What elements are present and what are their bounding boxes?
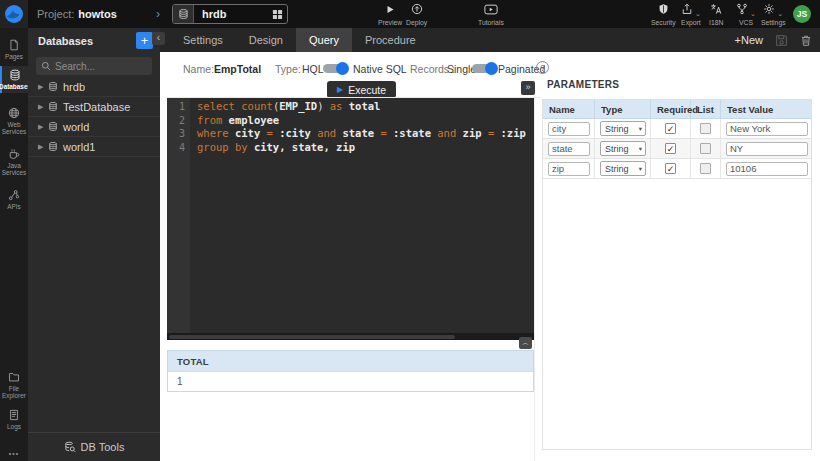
collapse-editor-button[interactable]: ︿ bbox=[519, 337, 532, 349]
sql-editor[interactable]: 1234 select count(EMP_ID) as totalfrom e… bbox=[167, 98, 534, 333]
line-number: 3 bbox=[167, 127, 190, 141]
code-token: zip bbox=[463, 127, 488, 139]
project-breadcrumb[interactable]: Project: howtos bbox=[37, 0, 117, 28]
collapse-panel-button[interactable]: ‹ bbox=[152, 32, 165, 45]
list-checkbox[interactable] bbox=[700, 163, 711, 174]
sidebar-item-web-services[interactable]: Web Services bbox=[0, 104, 28, 138]
sidebar-item-java-services[interactable]: Java Services bbox=[0, 145, 28, 179]
topbar-action-label: Deploy bbox=[406, 19, 427, 26]
sidebar-item-label: Web Services bbox=[0, 121, 28, 135]
new-query-button[interactable]: +New bbox=[735, 34, 763, 46]
code-line: group by city, state, zip bbox=[197, 141, 534, 155]
sidebar-item-label: File Explorer bbox=[0, 385, 28, 399]
param-test-value-input[interactable] bbox=[726, 142, 808, 156]
type-option-native-sql[interactable]: Native SQL bbox=[353, 62, 407, 76]
add-database-button[interactable]: + bbox=[136, 32, 153, 49]
tab-design[interactable]: Design bbox=[236, 28, 296, 52]
code-token: :state bbox=[393, 127, 437, 139]
sidebar-item-pages[interactable]: Pages bbox=[0, 36, 28, 63]
param-type-select[interactable]: String▾ bbox=[600, 141, 646, 156]
code-token: and bbox=[437, 127, 462, 139]
param-test-value-cell bbox=[721, 139, 811, 158]
delete-icon[interactable] bbox=[800, 34, 812, 47]
project-label: Project: bbox=[37, 8, 74, 20]
sidebar-item-databases[interactable]: Databases bbox=[0, 66, 28, 93]
sidebar-item-apis[interactable]: APIs bbox=[0, 186, 28, 213]
expand-arrow-icon[interactable]: ▶ bbox=[38, 143, 48, 151]
grid-icon bbox=[267, 9, 287, 20]
topbar-action-export[interactable]: ⌄Export bbox=[681, 3, 701, 26]
param-test-value-input[interactable] bbox=[726, 122, 808, 136]
topbar-action-tutorials[interactable]: Tutorials bbox=[478, 3, 504, 26]
api-icon bbox=[8, 189, 20, 201]
topbar-action-preview[interactable]: Preview bbox=[378, 3, 402, 26]
database-search[interactable] bbox=[36, 57, 152, 75]
param-test-value-input[interactable] bbox=[726, 162, 808, 176]
param-name-cell bbox=[543, 159, 595, 178]
divider bbox=[534, 96, 535, 461]
app-logo[interactable] bbox=[0, 0, 28, 28]
database-item-testdatabase[interactable]: ▶TestDatabase bbox=[28, 97, 160, 117]
tab-procedure[interactable]: Procedure bbox=[352, 28, 429, 52]
topbar-action-deploy[interactable]: Deploy bbox=[406, 3, 427, 26]
rail-more-button[interactable]: ••• bbox=[0, 450, 28, 457]
sidebar-item-logs[interactable]: Logs bbox=[0, 406, 28, 433]
tab-settings[interactable]: Settings bbox=[170, 28, 236, 52]
sidebar-item-label: Pages bbox=[5, 53, 23, 60]
search-icon bbox=[41, 61, 51, 71]
db-tools-icon bbox=[64, 441, 76, 453]
required-checkbox[interactable]: ✓ bbox=[665, 123, 676, 134]
expand-arrow-icon[interactable]: ▶ bbox=[38, 103, 48, 111]
expand-arrow-icon[interactable]: ▶ bbox=[38, 83, 48, 91]
editor-code[interactable]: select count(EMP_ID) as totalfrom employ… bbox=[190, 98, 534, 154]
list-checkbox[interactable] bbox=[700, 143, 711, 154]
query-workspace: Name: EmpTotal Type: HQL Native SQL Reco… bbox=[160, 52, 820, 461]
required-checkbox[interactable]: ✓ bbox=[665, 163, 676, 174]
param-name-input[interactable] bbox=[548, 142, 590, 156]
param-name-input[interactable] bbox=[548, 162, 590, 176]
database-item-world[interactable]: ▶world bbox=[28, 117, 160, 137]
param-name-input[interactable] bbox=[548, 122, 590, 136]
code-token: :city bbox=[279, 127, 317, 139]
wavemaker-logo-icon bbox=[4, 4, 24, 24]
topbar-action-settings[interactable]: ⌄Settings bbox=[761, 3, 786, 26]
database-icon bbox=[48, 81, 58, 92]
param-type-value: String bbox=[605, 124, 629, 134]
database-item-hrdb[interactable]: ▶hrdb bbox=[28, 77, 160, 97]
topbar-action-label: Settings bbox=[761, 19, 786, 26]
sidebar-item-file-explorer[interactable]: File Explorer bbox=[0, 368, 28, 402]
code-token: = bbox=[267, 127, 280, 139]
name-label: Name: bbox=[183, 62, 214, 76]
line-number: 2 bbox=[167, 114, 190, 128]
database-selector[interactable]: hrdb bbox=[172, 4, 288, 24]
chevron-down-icon: ▾ bbox=[639, 165, 642, 173]
gear-icon: ⌄ bbox=[763, 3, 783, 15]
database-name: hrdb bbox=[63, 81, 85, 93]
export-icon: ⌄ bbox=[681, 3, 701, 15]
execute-button[interactable]: ▶ Execute bbox=[327, 81, 396, 98]
param-test-value-cell bbox=[721, 159, 811, 178]
tab-query[interactable]: Query bbox=[296, 28, 352, 52]
db-tools-button[interactable]: DB Tools bbox=[28, 432, 160, 461]
user-avatar[interactable]: JS bbox=[793, 5, 811, 23]
help-icon[interactable]: ? bbox=[536, 61, 549, 74]
param-type-select[interactable]: String▾ bbox=[600, 121, 646, 136]
expand-parameters-button[interactable]: » bbox=[521, 81, 535, 95]
param-type-cell: String▾ bbox=[595, 159, 651, 178]
expand-arrow-icon[interactable]: ▶ bbox=[38, 123, 48, 131]
required-checkbox[interactable]: ✓ bbox=[665, 143, 676, 154]
param-type-select[interactable]: String▾ bbox=[600, 161, 646, 176]
save-icon[interactable] bbox=[775, 34, 788, 47]
topbar-action-vcs[interactable]: ⌄VCS bbox=[736, 3, 756, 26]
type-option-hql[interactable]: HQL bbox=[302, 62, 324, 76]
param-column-required: Required bbox=[651, 100, 691, 118]
topbar-action-security[interactable]: Security bbox=[651, 3, 676, 26]
type-toggle[interactable] bbox=[323, 63, 347, 74]
records-toggle[interactable] bbox=[472, 63, 496, 74]
database-item-world1[interactable]: ▶world1 bbox=[28, 137, 160, 157]
list-checkbox[interactable] bbox=[700, 123, 711, 134]
database-search-input[interactable] bbox=[55, 61, 143, 72]
editor-hscrollbar[interactable] bbox=[167, 333, 534, 340]
query-name: EmpTotal bbox=[214, 62, 261, 76]
topbar-action-i18n[interactable]: I18N bbox=[709, 3, 723, 26]
